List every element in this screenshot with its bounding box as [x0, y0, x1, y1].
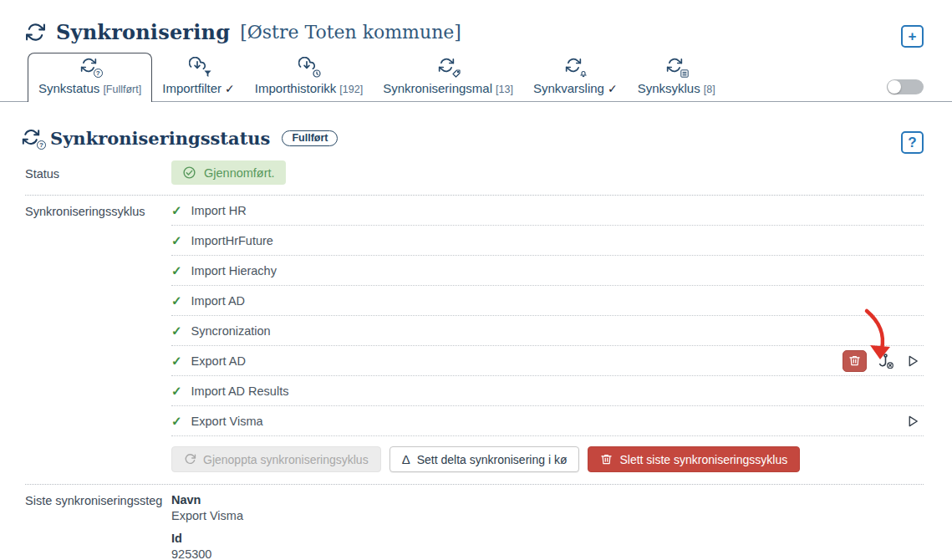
list-badge-icon — [680, 69, 689, 78]
check-icon: ✓ — [171, 414, 182, 429]
sync-page: Synkronisering [Østre Toten kommune] + ?… — [0, 0, 952, 560]
filter-badge-icon — [204, 70, 211, 78]
step-name: ImportHrFuture — [191, 234, 273, 247]
check-icon: ✓ — [171, 354, 182, 369]
bell-badge-icon — [579, 69, 588, 78]
name-field-label: Navn — [171, 493, 924, 507]
resume-cycle-button[interactable]: Gjenoppta synkroniseringsyklus — [171, 446, 381, 472]
play-icon — [905, 354, 920, 369]
status-badge: Gjennomført. — [171, 160, 286, 185]
tab-label: Importhistorikk[192] — [255, 81, 363, 95]
step-row: ✓ ImportHrFuture — [171, 226, 924, 256]
step-row: ✓ Syncronization — [171, 316, 924, 346]
last-step-section: Siste synkroniseringssteg Navn Export Vi… — [25, 484, 924, 560]
play-icon — [905, 414, 920, 429]
sync-question-icon: ? — [80, 57, 100, 76]
check-icon: ✓ — [171, 323, 182, 339]
page-title: Synkronisering — [56, 20, 230, 44]
cloud-history-icon — [298, 57, 318, 76]
tab-bar: ? Synkstatus[Fullført] Importfilter✓ — [0, 53, 952, 102]
tab-label: Synksyklus[8] — [638, 81, 715, 95]
check-icon: ✓ — [171, 203, 182, 218]
page-header: Synkronisering [Østre Toten kommune] + — [0, 0, 952, 44]
question-badge-icon: ? — [94, 69, 103, 78]
name-field-value: Export Visma — [171, 509, 924, 522]
trash-icon — [600, 453, 613, 466]
delete-step-button[interactable] — [843, 350, 867, 372]
sync-tag-icon — [438, 57, 458, 76]
status-label: Status — [25, 160, 171, 185]
trash-icon — [848, 354, 861, 367]
status-row: Status Gjennomført. — [25, 160, 924, 196]
delta-icon: Δ — [402, 452, 410, 466]
section-title: Synkroniseringsstatus — [50, 128, 270, 149]
tab-importfilter[interactable]: Importfilter✓ — [152, 53, 245, 101]
tab-label: Synkroniseringsmal[13] — [383, 81, 513, 95]
clock-badge-icon — [313, 69, 321, 78]
step-row: ✓ Import AD — [171, 286, 924, 316]
step-name: Syncronization — [191, 324, 271, 338]
step-row: ✓ Import HR — [171, 196, 924, 226]
check-circle-icon — [182, 165, 196, 180]
check-icon: ✓ — [171, 384, 182, 399]
step-name: Import AD — [191, 294, 245, 308]
cycle-actions: Gjenoppta synkroniseringsyklus Δ Sett de… — [171, 446, 924, 472]
step-row: ✓ Import Hierachy — [171, 256, 924, 286]
cycle-section: Synkroniseringssyklus ✓ Import HR ✓ Impo… — [25, 196, 924, 472]
tab-label: Synkvarsling✓ — [533, 81, 618, 95]
run-step-button[interactable] — [905, 354, 920, 369]
step-name: Import AD Results — [191, 384, 289, 398]
id-field-label: Id — [171, 532, 924, 545]
tab-importhistorikk[interactable]: Importhistorikk[192] — [245, 53, 373, 101]
run-step-button[interactable] — [905, 414, 920, 429]
sync-question-icon: ? — [22, 128, 43, 148]
section-header: ? Synkroniseringsstatus Fullført ? — [0, 125, 952, 150]
unhook-step-button[interactable] — [878, 353, 894, 369]
status-pill: Fullført — [282, 130, 338, 146]
step-row-export-ad: ✓ Export AD — [171, 346, 924, 376]
check-icon: ✓ — [171, 233, 182, 248]
step-row-export-visma: ✓ Export Visma — [171, 406, 924, 436]
sync-bell-icon — [565, 57, 585, 76]
tab-synkstatus[interactable]: ? Synkstatus[Fullført] — [28, 53, 152, 102]
help-button[interactable]: ? — [901, 131, 924, 154]
question-badge-icon: ? — [37, 140, 46, 150]
step-name: Import Hierachy — [191, 264, 277, 277]
step-name: Export AD — [191, 354, 246, 368]
view-toggle[interactable] — [887, 79, 924, 94]
cloud-filter-icon — [189, 57, 209, 76]
sync-list-icon — [666, 57, 686, 76]
tab-label: Synkstatus[Fullført] — [38, 81, 141, 95]
page-org-name: [Østre Toten kommune] — [240, 22, 461, 43]
tag-badge-icon — [452, 69, 461, 78]
refresh-icon — [184, 453, 196, 466]
toggle-knob — [888, 80, 901, 94]
hook-remove-icon — [878, 353, 894, 369]
tab-label: Importfilter✓ — [162, 81, 235, 95]
check-icon: ✓ — [171, 293, 182, 308]
sync-icon — [25, 22, 46, 43]
delta-sync-button[interactable]: Δ Sett delta synkronisering i kø — [389, 446, 580, 472]
step-name: Import HR — [191, 204, 247, 217]
step-row: ✓ Import AD Results — [171, 376, 924, 406]
delete-last-cycle-button[interactable]: Slett siste synkroniseringssyklus — [588, 446, 800, 472]
add-button[interactable]: + — [901, 25, 924, 48]
status-panel: Status Gjennomført. Synkroniseringssyklu… — [0, 160, 952, 560]
tab-synksyklus[interactable]: Synksyklus[8] — [628, 53, 725, 101]
tab-synkvarsling[interactable]: Synkvarsling✓ — [523, 53, 628, 101]
step-name: Export Visma — [191, 415, 263, 428]
check-icon: ✓ — [171, 263, 182, 278]
id-field-value: 925300 — [171, 547, 924, 560]
tab-synkroniseringsmal[interactable]: Synkroniseringsmal[13] — [373, 53, 523, 101]
cycle-label: Synkroniseringssyklus — [25, 196, 171, 472]
last-step-label: Siste synkroniseringssteg — [25, 493, 171, 560]
